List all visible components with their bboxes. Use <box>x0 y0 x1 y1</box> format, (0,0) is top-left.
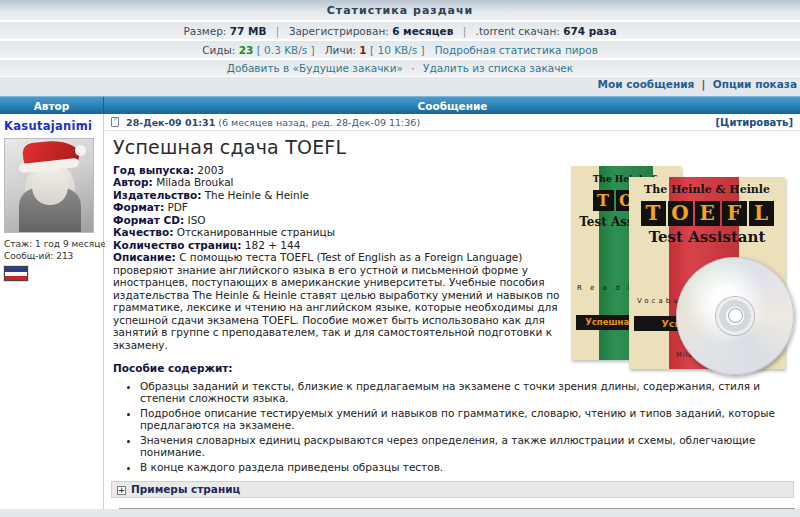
page-samples-spoiler[interactable]: +Примеры страниц <box>111 481 794 498</box>
stats-row-actions: Добавить в «Будущие закачки» · Удалить и… <box>0 60 800 77</box>
description-label: Описание: <box>113 251 176 263</box>
detail-label: Формат CD: <box>113 214 184 226</box>
divider: | <box>270 25 286 37</box>
expand-icon[interactable]: + <box>117 486 126 495</box>
letter-tile: F <box>722 201 747 226</box>
post-title: Успешная сдача TOEFL <box>113 141 794 154</box>
message-cell: [Цитировать] 28-Дек-09 01:31 (6 месяцев … <box>105 114 800 509</box>
letter-tile: L <box>749 201 774 226</box>
list-item: Образцы заданий и тексты, близкие к пред… <box>140 380 794 405</box>
book-subtitle: Test Assistant <box>629 231 785 244</box>
seeds-label: Сиды: <box>202 44 235 56</box>
bullet-list: Образцы заданий и тексты, близкие к пред… <box>113 380 794 474</box>
detail-label: Год выпуска: <box>113 164 194 176</box>
size-value: 77 MB <box>230 25 267 37</box>
post-header-row: [Цитировать] 28-Дек-09 01:31 (6 месяцев … <box>105 114 800 131</box>
remove-from-downloads-link[interactable]: Удалить из списка закачек <box>423 62 573 74</box>
list-item: В конце каждого раздела приведены образц… <box>140 461 794 474</box>
table-header: Автор Сообщение <box>0 96 800 114</box>
letter-tile: E <box>695 201 720 226</box>
detail-label: Автор: <box>113 176 153 188</box>
stats-title: Статистика раздачи <box>0 0 800 22</box>
leech-label: Личи: <box>325 44 356 56</box>
posts-count-text: Сообщ-ий: 213 <box>4 251 99 263</box>
post-table: Автор Сообщение Kasutajanimi Стаж: 1 год… <box>0 96 800 513</box>
letter-tile: O <box>668 201 693 226</box>
spoiler-label: Примеры страниц <box>131 483 240 495</box>
detail-value: 182 + 144 <box>245 239 301 251</box>
description-text: С помощью теста TOEFL (Test of English a… <box>113 251 560 351</box>
stats-block: Статистика раздачи Размер: 77 MB | Зарег… <box>0 0 800 77</box>
leech-count: 1 <box>359 44 366 56</box>
letter-tile: T <box>641 201 666 226</box>
peers-stats-link[interactable]: Подробная статистика пиров <box>435 44 598 56</box>
dot-separator: · <box>406 62 419 74</box>
username-link[interactable]: Kasutajanimi <box>4 119 99 133</box>
divider: | <box>698 78 710 90</box>
divider: | <box>457 25 473 37</box>
seniority-text: Стаж: 1 год 9 месяцев <box>4 239 99 251</box>
page-background-strip <box>0 509 800 513</box>
stats-row-size: Размер: 77 MB | Зарегистрирован: 6 месяц… <box>0 22 800 41</box>
detail-label: Формат: <box>113 201 164 213</box>
letter-tile: T <box>593 190 614 211</box>
post-date: 28-Дек-09 01:31 <box>126 117 215 128</box>
santa-hat-pompom <box>75 145 86 156</box>
add-to-downloads-link[interactable]: Добавить в «Будущие закачки» <box>227 62 403 74</box>
book-publisher: The Heinle & Heinle <box>629 184 785 197</box>
detail-value: ISO <box>188 214 206 226</box>
my-messages-link[interactable]: Мои сообщения <box>598 78 695 90</box>
avatar <box>4 138 94 233</box>
stats-row-peers: Сиды: 23 [ 0.3 KB/s ] Личи: 1 [ 10 KB/s … <box>0 41 800 60</box>
list-item: Значения словарных единиц раскрываются ч… <box>140 434 794 459</box>
torrent-dl-label: .torrent скачан: <box>476 25 560 37</box>
post-icon <box>111 117 119 127</box>
author-cell: Kasutajanimi Стаж: 1 год 9 месяцев Сообщ… <box>0 114 104 509</box>
topbar: Мои сообщения | Опции показа <box>0 77 800 92</box>
detail-value: The Heinle & Heinle <box>205 189 309 201</box>
size-label: Размер: <box>183 25 226 37</box>
post-date-note: (6 месяцев назад, ред. 28-Дек-09 11:36) <box>218 117 420 128</box>
list-item: Подробное описание тестируемых умений и … <box>140 407 794 432</box>
post-body: Успешная сдача TOEFL The Heinle & T O E … <box>105 131 800 509</box>
detail-label: Количество страниц: <box>113 239 242 251</box>
registered-label: Зарегистрирован: <box>289 25 389 37</box>
detail-value: Milada Broukal <box>156 176 233 188</box>
registered-value: 6 месяцев <box>392 25 453 37</box>
book-cover-image: The Heinle & T O E Test Assistant R e a … <box>569 164 794 369</box>
message-column-header: Сообщение <box>105 97 800 115</box>
flag-icon <box>4 266 28 281</box>
cd-disc-image <box>676 257 794 375</box>
detail-label: Качество: <box>113 226 173 238</box>
leech-speed: [ 10 KB/s ] <box>370 44 425 56</box>
toefl-letter-tiles: T O E F L <box>629 201 785 226</box>
detail-label: Издательство: <box>113 189 201 201</box>
display-options-link[interactable]: Опции показа <box>713 78 797 90</box>
torrent-dl-value: 674 раза <box>563 25 616 37</box>
detail-value: Отсканированные страницы <box>177 226 335 238</box>
detail-value: PDF <box>167 201 187 213</box>
seeds-speed: [ 0.3 KB/s ] <box>257 44 315 56</box>
detail-value: 2003 <box>197 164 224 176</box>
author-column-header: Автор <box>0 97 104 115</box>
quote-button[interactable]: [Цитировать] <box>716 115 793 131</box>
seeds-count: 23 <box>239 44 254 56</box>
